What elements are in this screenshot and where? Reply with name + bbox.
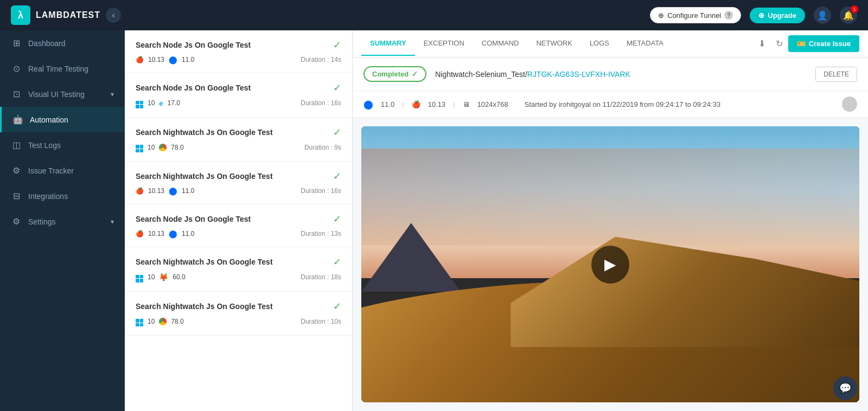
os-version: 10: [148, 318, 155, 325]
sidebar-item-visual-ui[interactable]: ⊡ Visual UI Testing ▾: [0, 81, 125, 107]
os-version: 10: [148, 273, 155, 281]
os-meta-version: 10.13: [428, 100, 446, 108]
sidebar: ⊞ Dashboard ⊙ Real Time Testing ⊡ Visual…: [0, 30, 125, 411]
settings-icon: ⚙: [11, 216, 22, 227]
visual-ui-chevron: ▾: [111, 91, 114, 98]
sidebar-item-automation[interactable]: 🤖 Automation: [0, 107, 125, 132]
download-button[interactable]: ⬇: [754, 35, 771, 53]
create-issue-icon: 🎫: [797, 40, 806, 48]
os-version: 10.13: [148, 230, 164, 237]
test-duration: Duration : 16s: [301, 99, 341, 107]
notification-badge: 1: [851, 5, 858, 13]
sidebar-item-integrations[interactable]: ⊟ Integrations: [0, 183, 125, 209]
tab-network[interactable]: NETWORK: [527, 31, 580, 56]
os-apple-icon: 🍎: [136, 56, 144, 63]
clouds-bg: [361, 149, 859, 245]
dashboard-icon: ⊞: [11, 38, 22, 48]
tab-metadata[interactable]: METADATA: [618, 31, 672, 56]
pass-icon: ✓: [333, 170, 341, 182]
refresh-button[interactable]: ↻: [771, 35, 788, 53]
firefox-icon: 🦊: [159, 273, 168, 281]
status-badge: Completed ✓: [363, 66, 426, 82]
test-path: Nightwatch-Selenium_Test/RJTGK-AG63S-LVF…: [435, 70, 630, 79]
test-item-meta: 10 🦊 60.0 Duration : 18s: [136, 272, 341, 282]
list-item[interactable]: Search Nightwatch Js On Google Test ✓ 10…: [125, 247, 352, 292]
list-item[interactable]: Search Node Js On Google Test ✓ 🍎 10.13 …: [125, 30, 352, 73]
sidebar-item-settings[interactable]: ⚙ Settings ▾: [0, 209, 125, 234]
os-apple-icon: 🍎: [136, 187, 144, 195]
chat-button[interactable]: 💬: [833, 376, 857, 400]
browser-version: 11.0: [182, 187, 194, 195]
test-item-name: Search Node Js On Google Test: [136, 84, 251, 92]
safari-icon: ⬤: [169, 229, 177, 238]
started-by: Started by irohitgoyal on 11/22/2019 fro…: [525, 100, 720, 108]
tunnel-icon: ⊕: [658, 11, 664, 20]
os-version: 10: [148, 99, 155, 107]
os-windows-icon: [136, 98, 143, 108]
main-layout: ⊞ Dashboard ⊙ Real Time Testing ⊡ Visual…: [0, 30, 868, 411]
logo-icon: λ: [11, 5, 30, 25]
chrome-icon: [159, 318, 167, 325]
settings-chevron: ▾: [111, 218, 114, 226]
realtime-icon: ⊙: [11, 63, 22, 74]
upgrade-button[interactable]: ⊕ Upgrade: [750, 8, 805, 23]
issue-tracker-icon: ⚙: [11, 165, 22, 176]
test-duration: Duration : 18s: [301, 273, 341, 281]
list-item[interactable]: Search Nightwatch Js On Google Test ✓ 10…: [125, 292, 352, 336]
chrome-icon: [159, 144, 167, 151]
content-area: Search Node Js On Google Test ✓ 🍎 10.13 …: [125, 30, 868, 411]
create-issue-button[interactable]: 🎫 Create Issue: [788, 35, 859, 52]
tab-summary[interactable]: SUMMARY: [361, 31, 415, 56]
test-item-meta: 🍎 10.13 ⬤ 11.0 Duration : 16s: [136, 187, 341, 195]
browser-meta-icon: ⬤: [363, 99, 373, 110]
status-row: Completed ✓ Nightwatch-Selenium_Test/RJT…: [353, 57, 868, 91]
sidebar-item-issue-tracker[interactable]: ⚙ Issue Tracker: [0, 158, 125, 183]
sidebar-item-dashboard[interactable]: ⊞ Dashboard: [0, 30, 125, 56]
os-windows-icon: [136, 272, 143, 282]
notifications-button[interactable]: 🔔 1: [840, 7, 857, 24]
collapse-sidebar-button[interactable]: ‹: [106, 8, 121, 23]
pass-icon: ✓: [333, 82, 341, 94]
os-meta-icon: 🍎: [412, 100, 420, 108]
os-windows-icon: [136, 317, 143, 327]
test-item-meta: 🍎 10.13 ⬤ 11.0 Duration : 13s: [136, 229, 341, 238]
completed-check-icon: ✓: [412, 70, 418, 78]
safari-icon: ⬤: [169, 55, 177, 64]
sidebar-item-test-logs[interactable]: ◫ Test Logs: [0, 132, 125, 158]
sidebar-item-realtime[interactable]: ⊙ Real Time Testing: [0, 56, 125, 81]
browser-version: 17.0: [168, 99, 180, 107]
tab-command[interactable]: COMMAND: [473, 31, 528, 56]
os-windows-icon: [136, 143, 143, 153]
delete-button[interactable]: DELETE: [815, 67, 857, 82]
os-version: 10: [148, 144, 155, 151]
tab-exception[interactable]: EXCEPTION: [415, 31, 473, 56]
test-duration: Duration : 16s: [301, 187, 341, 195]
safari-icon: ⬤: [169, 187, 177, 195]
integrations-icon: ⊟: [11, 191, 22, 201]
resolution: 1024x768: [477, 100, 508, 108]
user-profile-button[interactable]: 👤: [814, 7, 831, 24]
test-list-panel: Search Node Js On Google Test ✓ 🍎 10.13 …: [125, 30, 353, 411]
list-item[interactable]: Search Nightwatch Js On Google Test ✓ 10…: [125, 118, 352, 162]
play-button[interactable]: ▶: [591, 246, 629, 284]
top-header: λ LAMBDATEST ‹ ⊕ Configure Tunnel ? ⊕ Up…: [0, 0, 868, 30]
upgrade-icon: ⊕: [758, 11, 764, 20]
list-item[interactable]: Search Node Js On Google Test ✓ 🍎 10.13 …: [125, 204, 352, 247]
detail-panel: SUMMARY EXCEPTION COMMAND NETWORK LOGS M…: [353, 30, 868, 411]
pass-icon: ✓: [333, 256, 341, 268]
video-player[interactable]: ▶: [361, 126, 859, 402]
test-item-meta: 10 e 17.0 Duration : 16s: [136, 98, 341, 108]
pass-icon: ✓: [333, 126, 341, 138]
list-item[interactable]: Search Nightwatch Js On Google Test ✓ 🍎 …: [125, 162, 352, 204]
os-version: 10.13: [148, 56, 164, 63]
tab-logs[interactable]: LOGS: [581, 31, 618, 56]
test-duration: Duration : 13s: [301, 230, 341, 237]
test-id-link[interactable]: RJTGK-AG63S-LVFXH-IVARK: [527, 70, 630, 79]
test-item-name: Search Node Js On Google Test: [136, 41, 251, 49]
tabs-bar: SUMMARY EXCEPTION COMMAND NETWORK LOGS M…: [353, 30, 868, 57]
configure-tunnel-button[interactable]: ⊕ Configure Tunnel ?: [650, 7, 741, 23]
browser-version: 11.0: [182, 56, 194, 63]
list-item[interactable]: Search Node Js On Google Test ✓ 10 e 17.…: [125, 73, 352, 118]
test-duration: Duration : 14s: [301, 56, 341, 63]
automation-icon: 🤖: [12, 114, 23, 125]
